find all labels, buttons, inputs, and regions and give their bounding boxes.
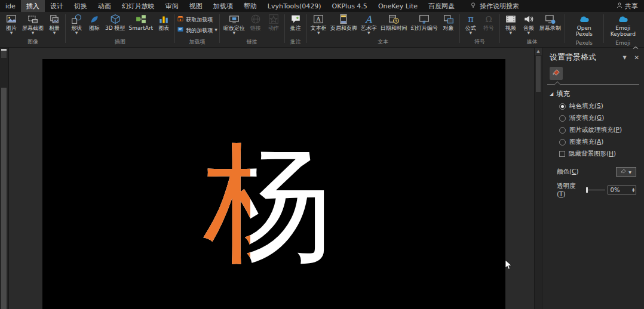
- spinner-arrows-icon[interactable]: ▲▼: [632, 187, 636, 192]
- ribbon-button-获取加载项[interactable]: 获取加载项: [177, 15, 213, 23]
- ribbon-button-SmartArt[interactable]: SmartArt: [127, 13, 155, 31]
- menu-tab-审阅[interactable]: 审阅: [160, 0, 184, 12]
- panel-close-icon[interactable]: ✕: [634, 54, 639, 61]
- titlebar: ide插入设计切换动画幻灯片放映审阅视图加载项帮助LvyhTools(0429)…: [0, 0, 644, 12]
- menu-tab-ide[interactable]: ide: [0, 0, 21, 12]
- audio-icon: [523, 14, 534, 24]
- ribbon-button-页眉和页脚[interactable]: 页眉和页脚: [329, 13, 359, 31]
- menu-tab-设计[interactable]: 设计: [45, 0, 69, 12]
- menu-tab-视图[interactable]: 视图: [184, 0, 208, 12]
- menu-tab-动画[interactable]: 动画: [93, 0, 116, 12]
- fill-option-图片或纹理填充[interactable]: 图片或纹理填充(P): [559, 126, 644, 134]
- group-separator: [565, 14, 565, 43]
- menu-tab-OneKey Lite[interactable]: OneKey Lite: [373, 0, 423, 12]
- radio-icon[interactable]: [559, 139, 566, 146]
- textbox-icon: A: [313, 14, 324, 24]
- vertical-scrollbar[interactable]: ▲: [534, 48, 542, 309]
- group-label-images: 图像: [2, 36, 63, 47]
- menu-tab-插入[interactable]: 插入: [21, 0, 45, 12]
- radio-icon[interactable]: [559, 115, 566, 122]
- checkbox-icon[interactable]: [559, 151, 565, 157]
- fill-option-纯色填充[interactable]: 纯色填充(S): [559, 102, 644, 110]
- group-label-media: 媒体: [502, 36, 563, 47]
- svg-text:A: A: [365, 14, 373, 24]
- menu-tab-加载项[interactable]: 加载项: [208, 0, 238, 12]
- panel-title: 设置背景格式: [550, 52, 622, 63]
- transparency-spinbox[interactable]: 0% ▲▼: [608, 186, 636, 194]
- scroll-up-arrow-icon[interactable]: ▲: [535, 48, 542, 55]
- ribbon-button-艺术字[interactable]: A艺术字▼: [359, 13, 379, 35]
- datetime-icon: [388, 14, 399, 24]
- ribbon-button-图片[interactable]: 图片▼: [2, 13, 20, 35]
- fill-options: 纯色填充(S)渐变填充(G)图片或纹理填充(P)图案填充(A)隐藏背景图形(H): [542, 102, 644, 158]
- equation-icon: π: [465, 14, 476, 24]
- slide-thumbnail-pane[interactable]: [0, 48, 9, 309]
- color-picker-button[interactable]: ▼: [616, 167, 636, 177]
- ribbon-button-视频[interactable]: 视频▼: [502, 13, 520, 35]
- menu-tab-LvyhTools(0429)[interactable]: LvyhTools(0429): [262, 0, 327, 12]
- scrollbar-thumb[interactable]: [536, 56, 541, 92]
- color-dropdown-chevron-icon: ▼: [628, 170, 631, 174]
- menu-tab-帮助[interactable]: 帮助: [238, 0, 262, 12]
- tell-me-search[interactable]: 操作说明搜索: [470, 0, 519, 12]
- radio-icon[interactable]: [559, 103, 566, 110]
- ribbon-button-符号: Ω符号: [480, 13, 498, 31]
- thumbnail-scrollbar[interactable]: [1, 88, 7, 309]
- ribbon-button-文本框[interactable]: A文本框▼: [309, 13, 329, 35]
- button-label: Open Pexels: [569, 25, 600, 37]
- button-label: 获取加载项: [186, 17, 213, 23]
- ribbon-button-公式[interactable]: π公式▼: [462, 13, 480, 35]
- lightbulb-icon: [470, 2, 477, 11]
- collapse-ribbon-button[interactable]: [633, 41, 640, 45]
- cloud-icon: [579, 14, 590, 24]
- group-label-comments: 批注: [287, 36, 305, 47]
- ribbon-button-日期和时间[interactable]: 日期和时间: [379, 13, 409, 31]
- ribbon-button-链接: 链接: [247, 13, 265, 31]
- fill-option-图案填充[interactable]: 图案填充(A): [559, 138, 644, 146]
- ribbon-button-幻灯片编号[interactable]: #幻灯片编号: [409, 13, 440, 31]
- group-separator: [65, 14, 66, 43]
- svg-text:Ω: Ω: [485, 14, 492, 24]
- fill-section-header[interactable]: ◢ 填充: [550, 89, 644, 98]
- ribbon-button-屏幕截图[interactable]: 屏幕截图▼: [20, 13, 45, 35]
- fill-option-渐变填充[interactable]: 渐变填充(G): [559, 114, 644, 122]
- ribbon-button-形状[interactable]: 形状▼: [68, 13, 85, 35]
- ribbon-button-图表[interactable]: 图表: [155, 13, 173, 31]
- fill-tab-button[interactable]: [550, 67, 563, 80]
- slide[interactable]: 杨 杨: [42, 59, 505, 309]
- ribbon-button-Emoji Keyboard[interactable]: Emoji Keyboard: [606, 13, 640, 37]
- ribbon-button-相册[interactable]: 相册▼: [45, 13, 63, 35]
- transparency-slider[interactable]: [586, 187, 605, 193]
- link-icon: [250, 14, 261, 24]
- ribbon-button-我的加载项[interactable]: 我的加载项▼: [177, 26, 217, 34]
- ribbon-button-屏幕录制[interactable]: 屏幕录制: [538, 13, 563, 31]
- ribbon-button-对象[interactable]: 对象: [440, 13, 458, 31]
- share-button[interactable]: 共享: [616, 2, 638, 11]
- menu-tab-切换[interactable]: 切换: [69, 0, 93, 12]
- panel-options-chevron-icon[interactable]: ▼: [622, 55, 626, 60]
- group-separator: [219, 14, 220, 43]
- fill-section-title: 填充: [556, 89, 570, 98]
- ribbon-button-图标[interactable]: 图标: [85, 13, 103, 31]
- title-text-character[interactable]: 杨 杨: [204, 129, 323, 276]
- menu-tab-百度网盘[interactable]: 百度网盘: [423, 0, 460, 12]
- paint-bucket-icon: [552, 68, 561, 79]
- ribbon-button-Open Pexels[interactable]: Open Pexels: [567, 13, 602, 37]
- ribbon-button-音频[interactable]: 音频▼: [520, 13, 538, 35]
- ribbon-group-symbols: π公式▼Ω符号符号: [461, 13, 499, 47]
- ribbon-button-缩放定位[interactable]: 缩放定位▼: [222, 13, 247, 35]
- ribbon-button-3D 模型[interactable]: 3D 模型: [103, 13, 127, 31]
- group-label-pexels: Pexels: [567, 38, 602, 47]
- ribbon-button-批注[interactable]: 批注: [287, 13, 305, 31]
- slidenumber-icon: #: [419, 14, 430, 24]
- radio-icon[interactable]: [559, 127, 566, 134]
- slide-thumbnail[interactable]: [1, 49, 7, 58]
- checkbox-option-隐藏背景图形[interactable]: 隐藏背景图形(H): [559, 150, 644, 158]
- menu-tab-OKPlus 4.5[interactable]: OKPlus 4.5: [327, 0, 373, 12]
- menu-tab-幻灯片放映[interactable]: 幻灯片放映: [116, 0, 160, 12]
- svg-text:#: #: [422, 20, 427, 24]
- chevron-up-icon: [633, 41, 639, 52]
- editing-canvas[interactable]: 杨 杨: [9, 48, 534, 309]
- chevron-down-icon: ▼: [10, 31, 13, 35]
- chevron-down-icon: ▼: [232, 31, 235, 35]
